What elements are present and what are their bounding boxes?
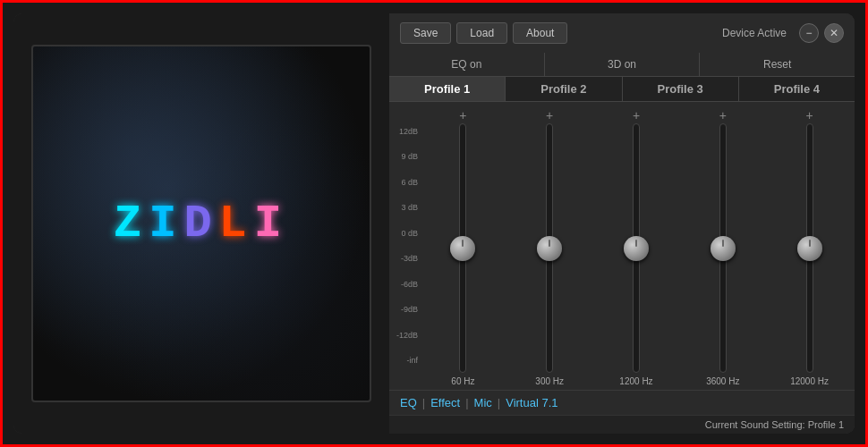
mode-bar: EQ on 3D on Reset	[389, 53, 855, 77]
profile-bar: Profile 1 Profile 2 Profile 3 Profile 4	[389, 77, 855, 102]
band-1-freq: 60 Hz	[451, 376, 474, 386]
tab-reset[interactable]: Reset	[700, 53, 855, 76]
tab-eq-on[interactable]: EQ on	[389, 53, 545, 76]
band-1-slider[interactable]	[459, 123, 466, 373]
band-4-col: + 3600 Hz	[681, 109, 764, 386]
db-12: 12dB	[393, 127, 418, 136]
band-3-track: +	[595, 109, 678, 373]
profile-tab-4[interactable]: Profile 4	[739, 77, 855, 101]
bottom-tabs: EQ | Effect | Mic | Virtual 7.1	[389, 390, 855, 415]
top-bar: Save Load About Device Active − ✕	[389, 13, 855, 53]
bottom-tab-mic[interactable]: Mic	[474, 396, 492, 409]
band-3-plus[interactable]: +	[633, 109, 640, 122]
band-5-col: + 12000 Hz	[768, 109, 851, 386]
db-3: 3 dB	[393, 203, 418, 212]
db-n12: -12dB	[393, 331, 418, 340]
db-9: 9 dB	[393, 152, 418, 161]
band-4-plus[interactable]: +	[719, 109, 727, 122]
band-5-freq: 12000 Hz	[790, 376, 829, 386]
close-button[interactable]: ✕	[824, 23, 844, 43]
sep-2: |	[465, 396, 468, 409]
db-n9: -9dB	[393, 305, 418, 314]
logo: ZIDLI	[114, 198, 289, 250]
band-4-track: +	[681, 109, 764, 373]
load-button[interactable]: Load	[456, 22, 507, 44]
tab-3d-on[interactable]: 3D on	[545, 53, 701, 76]
band-4-knob[interactable]	[711, 236, 736, 261]
status-bar: Current Sound Setting: Profile 1	[389, 415, 855, 434]
eq-area: 12dB 9 dB 6 dB 3 dB 0 dB -3dB -6dB -9dB …	[389, 102, 855, 390]
db-inf: -inf	[393, 356, 418, 365]
bottom-tab-virtual[interactable]: Virtual 7.1	[506, 396, 557, 409]
db-n3: -3dB	[393, 254, 418, 263]
sep-1: |	[422, 396, 425, 409]
sep-3: |	[498, 396, 500, 409]
band-5-track: +	[768, 109, 851, 373]
band-3-knob[interactable]	[624, 236, 649, 261]
band-4-slider[interactable]	[719, 123, 727, 373]
logo-screen: ZIDLI	[31, 45, 371, 402]
band-2-col: + 300 Hz	[508, 109, 591, 386]
app-window: ZIDLI Save Load About Device Active − ✕ …	[13, 13, 855, 434]
logo-letter-l: L	[219, 198, 254, 250]
band-3-freq: 1200 Hz	[619, 376, 652, 386]
profile-tab-3[interactable]: Profile 3	[623, 77, 739, 101]
save-button[interactable]: Save	[400, 22, 451, 44]
right-panel: Save Load About Device Active − ✕ EQ on …	[389, 13, 855, 434]
logo-letter-i2: I	[254, 198, 289, 250]
profile-tab-2[interactable]: Profile 2	[506, 77, 622, 101]
band-1-knob[interactable]	[450, 236, 475, 261]
bottom-tab-eq[interactable]: EQ	[400, 396, 417, 409]
logo-letter-d: D	[183, 198, 218, 250]
about-button[interactable]: About	[513, 22, 567, 44]
band-1-col: + 60 Hz	[421, 109, 505, 386]
logo-letter-i: I	[149, 198, 183, 250]
band-4-freq: 3600 Hz	[706, 376, 739, 386]
band-5-knob[interactable]	[797, 236, 822, 261]
band-2-knob[interactable]	[537, 236, 562, 261]
db-labels: 12dB 9 dB 6 dB 3 dB 0 dB -3dB -6dB -9dB …	[393, 109, 421, 386]
band-1-plus[interactable]: +	[459, 109, 466, 122]
db-n6: -6dB	[393, 280, 418, 289]
sliders-container: + 60 Hz + 300 Hz	[421, 109, 851, 386]
band-5-slider[interactable]	[806, 123, 813, 373]
band-3-slider[interactable]	[633, 123, 640, 373]
bottom-tab-effect[interactable]: Effect	[430, 396, 460, 409]
band-1-track: +	[421, 109, 505, 373]
band-5-plus[interactable]: +	[805, 109, 813, 122]
band-2-track: +	[508, 109, 591, 373]
db-6: 6 dB	[393, 178, 418, 187]
band-2-slider[interactable]	[546, 123, 553, 373]
device-status: Device Active	[722, 27, 787, 39]
left-panel: ZIDLI	[13, 13, 389, 434]
db-0: 0 dB	[393, 229, 418, 238]
status-text: Current Sound Setting: Profile 1	[705, 419, 844, 430]
logo-letter-z: Z	[114, 198, 149, 250]
band-2-plus[interactable]: +	[546, 109, 553, 122]
profile-tab-1[interactable]: Profile 1	[389, 77, 506, 101]
band-2-freq: 300 Hz	[535, 376, 564, 386]
minimize-button[interactable]: −	[799, 23, 819, 43]
band-3-col: + 1200 Hz	[595, 109, 678, 386]
